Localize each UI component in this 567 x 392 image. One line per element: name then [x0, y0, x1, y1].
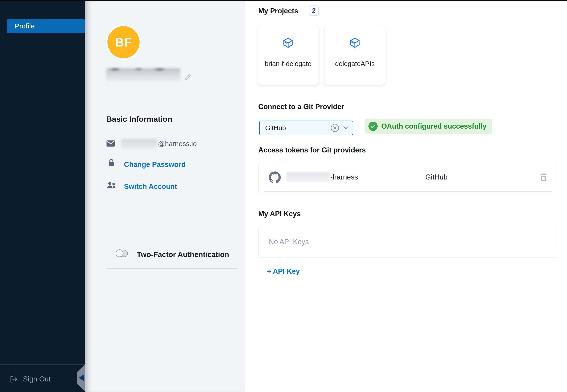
api-keys-card: No API Keys — [258, 226, 556, 258]
switch-account-icon — [106, 181, 116, 189]
sign-out-label: Sign Out — [23, 375, 51, 383]
delete-token-icon[interactable] — [540, 173, 547, 181]
logout-icon — [10, 375, 17, 383]
user-name-redacted — [106, 68, 180, 81]
git-provider-title: Connect to a Git Provider — [258, 103, 344, 111]
project-card[interactable]: brian-f-delegate — [258, 25, 318, 85]
access-tokens-card: -harness GitHub — [258, 163, 556, 194]
check-circle-icon — [368, 122, 378, 131]
email-domain: @harness.io — [158, 140, 197, 148]
switch-account-link[interactable]: Switch Account — [124, 182, 177, 191]
change-password-link[interactable]: Change Password — [124, 160, 186, 169]
git-provider-select[interactable]: GitHub — [259, 121, 353, 135]
basic-information-title: Basic Information — [106, 115, 172, 124]
sign-out-button[interactable]: Sign Out — [10, 375, 51, 383]
sidebar-collapse-button[interactable] — [77, 364, 85, 391]
oauth-status-text: OAuth configured successfully — [381, 122, 486, 130]
access-tokens-title: Access tokens for Git providers — [258, 146, 366, 154]
token-row: -harness GitHub — [263, 163, 552, 192]
sidebar-item-profile-label: Profile — [15, 22, 35, 30]
two-factor-label: Two-Factor Authentication — [137, 250, 229, 259]
main-content: My Projects 2 brian-f-delegate — [245, 1, 567, 392]
project-cube-icon — [349, 37, 361, 50]
sidebar: Profile Sign Out — [0, 1, 85, 392]
email-prefix-redacted — [121, 139, 157, 149]
profile-page: Profile Sign Out BF Basic Information — [0, 0, 567, 392]
email-icon — [106, 140, 115, 147]
project-name: delegateAPIs — [325, 60, 385, 68]
two-factor-toggle[interactable] — [116, 250, 128, 257]
avatar-initials: BF — [115, 35, 132, 49]
token-name-redacted — [286, 172, 330, 182]
toggle-knob — [116, 249, 123, 257]
project-card[interactable]: delegateAPIs — [325, 25, 385, 85]
edit-name-icon[interactable] — [184, 73, 192, 81]
oauth-status-badge: OAuth configured successfully — [365, 119, 492, 134]
divider — [106, 268, 238, 269]
token-provider: GitHub — [425, 173, 448, 181]
lock-icon — [108, 159, 115, 167]
window-top-edge — [0, 0, 567, 1]
my-projects-title: My Projects — [258, 7, 298, 15]
chevron-down-icon[interactable] — [343, 126, 349, 130]
sidebar-divider — [0, 364, 85, 365]
clear-selection-icon[interactable] — [330, 123, 340, 132]
sidebar-item-profile[interactable]: Profile — [7, 19, 85, 33]
token-name-suffix: -harness — [330, 173, 358, 181]
divider — [106, 235, 238, 236]
project-name: brian-f-delegate — [258, 60, 318, 68]
api-keys-empty-text: No API Keys — [269, 238, 309, 246]
api-keys-title: My API Keys — [258, 210, 301, 218]
github-icon — [269, 171, 281, 183]
chevron-left-icon — [79, 375, 84, 381]
projects-count-badge: 2 — [309, 5, 319, 15]
add-api-key-button[interactable]: + API Key — [267, 267, 300, 276]
avatar[interactable]: BF — [107, 26, 140, 58]
project-cube-icon — [282, 37, 294, 50]
git-provider-value: GitHub — [265, 124, 330, 132]
profile-panel: BF Basic Information @harness.io Change … — [85, 1, 245, 392]
